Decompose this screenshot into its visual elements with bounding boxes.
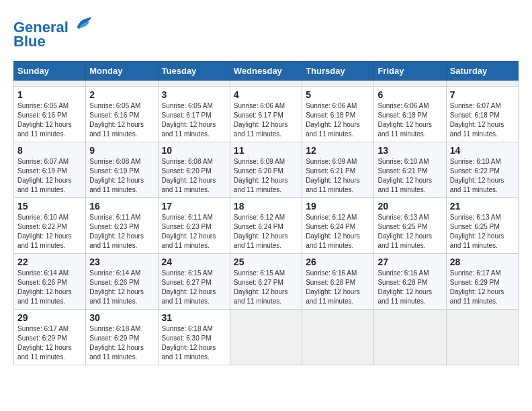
day-info: Sunrise: 6:13 AMSunset: 6:25 PMDaylight:… <box>450 213 515 250</box>
day-number: 12 <box>306 145 370 156</box>
calendar-day-cell: 14Sunrise: 6:10 AMSunset: 6:22 PMDayligh… <box>446 142 518 198</box>
calendar-day-cell: 19Sunrise: 6:12 AMSunset: 6:24 PMDayligh… <box>302 198 374 254</box>
calendar-week-row: 22Sunrise: 6:14 AMSunset: 6:26 PMDayligh… <box>14 254 519 310</box>
calendar-day-cell: 15Sunrise: 6:10 AMSunset: 6:22 PMDayligh… <box>14 198 86 254</box>
day-info: Sunrise: 6:06 AMSunset: 6:18 PMDaylight:… <box>306 101 370 139</box>
calendar-day-cell: 21Sunrise: 6:13 AMSunset: 6:25 PMDayligh… <box>446 198 518 254</box>
calendar-day-cell: 18Sunrise: 6:12 AMSunset: 6:24 PMDayligh… <box>230 198 302 254</box>
day-info: Sunrise: 6:09 AMSunset: 6:21 PMDaylight:… <box>306 157 370 195</box>
day-number: 17 <box>162 201 226 212</box>
day-number: 15 <box>17 201 82 212</box>
weekday-header-friday: Friday <box>374 62 446 81</box>
day-info: Sunrise: 6:06 AMSunset: 6:17 PMDaylight:… <box>234 101 298 139</box>
day-number: 28 <box>450 257 515 267</box>
calendar-day-cell: 25Sunrise: 6:15 AMSunset: 6:27 PMDayligh… <box>230 254 302 310</box>
calendar-day-cell: 17Sunrise: 6:11 AMSunset: 6:23 PMDayligh… <box>158 198 230 254</box>
day-number: 1 <box>17 89 82 100</box>
calendar-week-row: 15Sunrise: 6:10 AMSunset: 6:22 PMDayligh… <box>14 198 519 254</box>
calendar-day-cell: 9Sunrise: 6:08 AMSunset: 6:19 PMDaylight… <box>86 142 158 198</box>
calendar-day-cell <box>446 310 518 365</box>
day-info: Sunrise: 6:10 AMSunset: 6:22 PMDaylight:… <box>17 213 82 250</box>
day-info: Sunrise: 6:07 AMSunset: 6:18 PMDaylight:… <box>450 101 515 139</box>
day-info: Sunrise: 6:17 AMSunset: 6:29 PMDaylight:… <box>17 324 82 362</box>
calendar-table: SundayMondayTuesdayWednesdayThursdayFrid… <box>13 61 519 365</box>
day-number: 18 <box>234 201 298 212</box>
day-number: 26 <box>306 257 370 267</box>
calendar-day-cell: 13Sunrise: 6:10 AMSunset: 6:21 PMDayligh… <box>374 142 446 198</box>
day-number: 24 <box>162 257 226 267</box>
day-info: Sunrise: 6:07 AMSunset: 6:19 PMDaylight:… <box>17 157 82 195</box>
calendar-day-cell <box>230 81 302 87</box>
day-number: 4 <box>234 89 298 100</box>
day-info: Sunrise: 6:05 AMSunset: 6:16 PMDaylight:… <box>89 101 154 139</box>
day-number: 9 <box>89 145 154 156</box>
day-number: 25 <box>234 257 298 267</box>
day-number: 13 <box>378 145 442 156</box>
day-number: 30 <box>89 312 154 323</box>
calendar-day-cell: 22Sunrise: 6:14 AMSunset: 6:26 PMDayligh… <box>14 254 86 310</box>
calendar-day-cell: 3Sunrise: 6:05 AMSunset: 6:17 PMDaylight… <box>158 87 230 142</box>
day-number: 31 <box>162 312 226 323</box>
weekday-header-sunday: Sunday <box>14 62 86 81</box>
calendar-day-cell: 11Sunrise: 6:09 AMSunset: 6:20 PMDayligh… <box>230 142 302 198</box>
weekday-header-saturday: Saturday <box>446 62 518 81</box>
day-info: Sunrise: 6:10 AMSunset: 6:21 PMDaylight:… <box>378 157 442 195</box>
day-number: 14 <box>450 145 515 156</box>
day-number: 29 <box>17 312 82 323</box>
day-number: 23 <box>89 257 154 267</box>
day-info: Sunrise: 6:10 AMSunset: 6:22 PMDaylight:… <box>450 157 515 195</box>
calendar-day-cell: 1Sunrise: 6:05 AMSunset: 6:16 PMDaylight… <box>14 87 86 142</box>
day-number: 6 <box>378 89 442 100</box>
calendar-week-row: 1Sunrise: 6:05 AMSunset: 6:16 PMDaylight… <box>14 87 519 142</box>
day-info: Sunrise: 6:14 AMSunset: 6:26 PMDaylight:… <box>17 269 82 306</box>
calendar-day-cell <box>158 81 230 87</box>
weekday-header-monday: Monday <box>86 62 158 81</box>
calendar-day-cell <box>374 310 446 365</box>
calendar-day-cell: 23Sunrise: 6:14 AMSunset: 6:26 PMDayligh… <box>86 254 158 310</box>
calendar-day-cell <box>374 81 446 87</box>
calendar-day-cell: 5Sunrise: 6:06 AMSunset: 6:18 PMDaylight… <box>302 87 374 142</box>
calendar-day-cell: 30Sunrise: 6:18 AMSunset: 6:29 PMDayligh… <box>86 310 158 365</box>
day-number: 7 <box>450 89 515 100</box>
day-info: Sunrise: 6:16 AMSunset: 6:28 PMDaylight:… <box>306 269 370 306</box>
weekday-header-tuesday: Tuesday <box>158 62 230 81</box>
logo: General Blue <box>13 13 93 50</box>
day-info: Sunrise: 6:15 AMSunset: 6:27 PMDaylight:… <box>162 269 226 306</box>
calendar-day-cell <box>446 81 518 87</box>
day-info: Sunrise: 6:18 AMSunset: 6:30 PMDaylight:… <box>162 324 226 362</box>
calendar-day-cell <box>230 310 302 365</box>
day-info: Sunrise: 6:15 AMSunset: 6:27 PMDaylight:… <box>234 269 298 306</box>
day-number: 16 <box>89 201 154 212</box>
day-info: Sunrise: 6:12 AMSunset: 6:24 PMDaylight:… <box>306 213 370 250</box>
calendar-day-cell: 29Sunrise: 6:17 AMSunset: 6:29 PMDayligh… <box>14 310 86 365</box>
day-info: Sunrise: 6:08 AMSunset: 6:19 PMDaylight:… <box>89 157 154 195</box>
calendar-day-cell: 10Sunrise: 6:08 AMSunset: 6:20 PMDayligh… <box>158 142 230 198</box>
calendar-day-cell: 12Sunrise: 6:09 AMSunset: 6:21 PMDayligh… <box>302 142 374 198</box>
day-number: 10 <box>162 145 226 156</box>
calendar-week-row <box>14 81 519 87</box>
day-number: 11 <box>234 145 298 156</box>
day-number: 19 <box>306 201 370 212</box>
day-info: Sunrise: 6:08 AMSunset: 6:20 PMDaylight:… <box>162 157 226 195</box>
calendar-day-cell: 31Sunrise: 6:18 AMSunset: 6:30 PMDayligh… <box>158 310 230 365</box>
day-number: 22 <box>17 257 82 267</box>
calendar-day-cell: 6Sunrise: 6:06 AMSunset: 6:18 PMDaylight… <box>374 87 446 142</box>
calendar-day-cell: 2Sunrise: 6:05 AMSunset: 6:16 PMDaylight… <box>86 87 158 142</box>
calendar-day-cell: 26Sunrise: 6:16 AMSunset: 6:28 PMDayligh… <box>302 254 374 310</box>
day-number: 8 <box>17 145 82 156</box>
day-number: 20 <box>378 201 442 212</box>
weekday-header-wednesday: Wednesday <box>230 62 302 81</box>
calendar-day-cell <box>14 81 86 87</box>
day-number: 21 <box>450 201 515 212</box>
calendar-day-cell <box>302 81 374 87</box>
day-info: Sunrise: 6:18 AMSunset: 6:29 PMDaylight:… <box>89 324 154 362</box>
day-info: Sunrise: 6:12 AMSunset: 6:24 PMDaylight:… <box>234 213 298 250</box>
day-number: 3 <box>162 89 226 100</box>
logo-bird-icon <box>74 13 93 32</box>
calendar-day-cell <box>302 310 374 365</box>
calendar-day-cell: 28Sunrise: 6:17 AMSunset: 6:29 PMDayligh… <box>446 254 518 310</box>
weekday-header-row: SundayMondayTuesdayWednesdayThursdayFrid… <box>14 62 519 81</box>
page-header: General Blue <box>13 13 519 50</box>
calendar-day-cell <box>86 81 158 87</box>
day-info: Sunrise: 6:17 AMSunset: 6:29 PMDaylight:… <box>450 269 515 306</box>
